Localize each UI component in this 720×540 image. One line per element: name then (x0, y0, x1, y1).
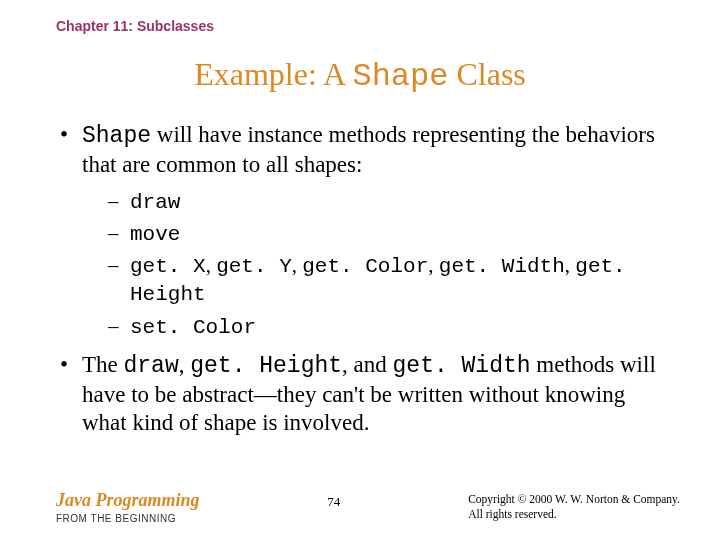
sub-mono: get. Color (302, 255, 428, 278)
sub-mono: get. X (130, 255, 206, 278)
sub-mono: get. Y (216, 255, 292, 278)
slide-footer: Java Programming FROM THE BEGINNING 74 C… (56, 490, 680, 524)
copyright-line: Copyright © 2000 W. W. Norton & Company. (468, 492, 680, 507)
sub-mono: move (130, 223, 180, 246)
copyright: Copyright © 2000 W. W. Norton & Company.… (468, 490, 680, 522)
copyright-line: All rights reserved. (468, 507, 680, 522)
comma: , (428, 253, 439, 277)
book-subtitle: FROM THE BEGINNING (56, 513, 200, 524)
slide-title: Example: A Shape Class (56, 56, 664, 95)
sub-item: get. X, get. Y, get. Color, get. Width, … (108, 252, 664, 309)
title-pre: Example: A (194, 56, 352, 92)
sub-mono: set. Color (130, 316, 256, 339)
sub-mono: get. Width (439, 255, 565, 278)
book-title: Java Programming (56, 490, 200, 511)
sub-item: set. Color (108, 313, 664, 341)
comma: , (292, 253, 303, 277)
sub-item: draw (108, 188, 664, 216)
bullet-text: The (82, 352, 124, 377)
sub-item: move (108, 220, 664, 248)
comma: , (565, 253, 576, 277)
bullet-list: Shape will have instance methods represe… (56, 121, 664, 438)
sub-list: draw move get. X, get. Y, get. Color, ge… (82, 188, 664, 341)
sub-mono: draw (130, 191, 180, 214)
bullet-text: will have instance methods representing … (82, 122, 655, 177)
slide-content: Shape will have instance methods represe… (56, 121, 664, 438)
footer-left: Java Programming FROM THE BEGINNING (56, 490, 200, 524)
bullet-mono: Shape (82, 123, 151, 149)
bullet-text: , (179, 352, 191, 377)
bullet-mono: get. Height (190, 353, 342, 379)
page-number: 74 (327, 490, 340, 510)
bullet-mono: get. Width (393, 353, 531, 379)
title-mono: Shape (352, 58, 448, 95)
comma: , (206, 253, 217, 277)
slide: Chapter 11: Subclasses Example: A Shape … (0, 0, 720, 540)
chapter-label: Chapter 11: Subclasses (56, 18, 664, 34)
title-post: Class (448, 56, 525, 92)
bullet-item: Shape will have instance methods represe… (56, 121, 664, 341)
bullet-item: The draw, get. Height, and get. Width me… (56, 351, 664, 438)
bullet-mono: draw (124, 353, 179, 379)
bullet-text: , and (342, 352, 392, 377)
